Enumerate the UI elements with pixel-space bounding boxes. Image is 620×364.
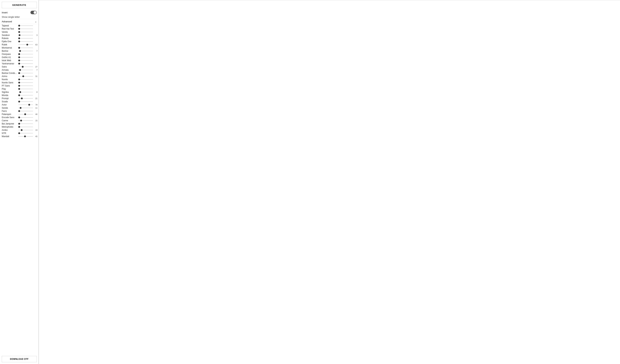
advanced-row[interactable]: Advanced ⌄: [0, 19, 39, 24]
font-slider[interactable]: [18, 102, 33, 102]
font-item: PT Sans: [0, 84, 39, 87]
font-slider[interactable]: [18, 133, 33, 133]
font-slider[interactable]: [18, 44, 33, 45]
font-slider-wrap: [18, 122, 33, 125]
font-value-label: 3: [34, 34, 37, 36]
invert-toggle[interactable]: [31, 11, 37, 14]
font-item: Armata7: [0, 68, 39, 72]
font-name-label: Farro: [2, 110, 18, 112]
font-slider-wrap: [18, 97, 33, 100]
font-item: NTR: [0, 132, 39, 135]
font-item: Nunito Sans: [0, 81, 39, 84]
font-value-label: 63: [34, 44, 37, 46]
font-name-label: NTR: [2, 132, 18, 134]
font-item: Yantramanav: [0, 62, 39, 65]
font-item: Mandali45: [0, 135, 39, 138]
font-item: Scada: [0, 100, 39, 103]
font-item: Farro: [0, 110, 39, 113]
font-slider[interactable]: [18, 108, 33, 108]
font-name-label: Rubik: [2, 44, 18, 46]
font-slider[interactable]: [18, 130, 33, 130]
font-item: Palanquin46: [0, 113, 39, 116]
font-value-label: 11: [34, 107, 37, 109]
font-value-label: 15: [34, 119, 37, 122]
font-name-label: Sarala: [2, 107, 18, 109]
font-slider[interactable]: [18, 67, 33, 67]
font-slider[interactable]: [18, 82, 33, 83]
font-slider-wrap: [18, 88, 33, 90]
font-slider[interactable]: [18, 89, 33, 89]
download-otf-button[interactable]: DOWNLOAD OTF: [2, 356, 37, 362]
font-slider-wrap: [18, 59, 33, 62]
font-slider[interactable]: [18, 127, 33, 127]
font-slider[interactable]: [18, 57, 33, 58]
font-slider[interactable]: [18, 38, 33, 39]
font-slider[interactable]: [18, 114, 33, 115]
font-slider[interactable]: [18, 41, 33, 42]
sidebar: GENERATE Invert Show single letter Advan…: [0, 0, 39, 364]
font-slider[interactable]: [18, 79, 33, 80]
font-slider-wrap: [18, 40, 33, 43]
font-item: Gothic A1: [0, 56, 39, 59]
font-slider[interactable]: [18, 95, 33, 95]
font-name-label: Amiko: [2, 129, 18, 131]
font-slider[interactable]: [18, 124, 33, 124]
font-slider-wrap: [18, 132, 33, 134]
font-slider[interactable]: [18, 26, 33, 26]
font-slider[interactable]: [18, 111, 33, 111]
font-slider[interactable]: [18, 120, 33, 121]
font-slider[interactable]: [18, 51, 33, 51]
generate-button[interactable]: GENERATE: [2, 2, 37, 8]
font-slider[interactable]: [18, 32, 33, 32]
font-slider[interactable]: [18, 76, 33, 76]
font-slider[interactable]: [18, 54, 33, 54]
character-grid: [39, 0, 620, 364]
font-name-label: Yantramanav: [2, 62, 18, 65]
font-name-label: Nunito Sans: [2, 81, 18, 84]
font-name-label: Gothic A1: [2, 56, 18, 58]
font-slider[interactable]: [18, 104, 33, 105]
font-item: Encode Sans: [0, 116, 39, 119]
font-name-label: Fjalla One: [2, 40, 18, 43]
font-slider[interactable]: [18, 92, 33, 92]
font-item: Monda: [0, 94, 39, 97]
font-item: Sarala11: [0, 106, 39, 110]
font-item: Tajawal: [0, 24, 39, 27]
font-slider-wrap: [18, 110, 33, 112]
font-slider[interactable]: [18, 73, 33, 73]
font-name-label: Encode Sans: [2, 116, 18, 119]
font-slider[interactable]: [18, 117, 33, 117]
font-value-label: 7: [34, 69, 37, 71]
show-single-letter[interactable]: Show single letter: [0, 15, 39, 19]
font-slider[interactable]: [18, 98, 33, 99]
font-slider-wrap: [18, 53, 33, 55]
font-value-label: 19: [34, 129, 37, 131]
font-slider-wrap: [18, 24, 33, 27]
font-item: Nunito: [0, 78, 39, 81]
font-name-label: Bai Jamjuree: [2, 122, 18, 125]
font-slider-wrap: [18, 78, 33, 81]
font-slider[interactable]: [18, 29, 33, 29]
font-name-label: Carme: [2, 119, 18, 122]
font-name-label: Tajawal: [2, 24, 18, 27]
font-slider[interactable]: [18, 48, 33, 48]
font-value-label: 27: [34, 66, 37, 68]
font-item: Overpass: [0, 53, 39, 56]
font-name-label: Varela: [2, 31, 18, 33]
font-slider[interactable]: [18, 136, 33, 137]
font-slider[interactable]: [18, 63, 33, 64]
advanced-label: Advanced: [2, 20, 12, 23]
font-item: Sarabun3: [0, 34, 39, 37]
font-slider[interactable]: [18, 86, 33, 86]
font-item: Saira27: [0, 65, 39, 68]
font-list: TajawalRed Hat TextVarelaSarabun3RobotoF…: [0, 24, 39, 354]
font-slider[interactable]: [18, 70, 33, 70]
chevron-down-icon: ⌄: [35, 20, 37, 23]
font-item: Barlow Conde...: [0, 72, 39, 75]
font-slider[interactable]: [18, 60, 33, 61]
font-item: Red Hat Text: [0, 27, 39, 30]
font-slider-wrap: [18, 119, 33, 122]
font-item: Montserrat: [0, 46, 39, 49]
font-slider-wrap: [18, 66, 33, 68]
font-slider[interactable]: [18, 35, 33, 35]
